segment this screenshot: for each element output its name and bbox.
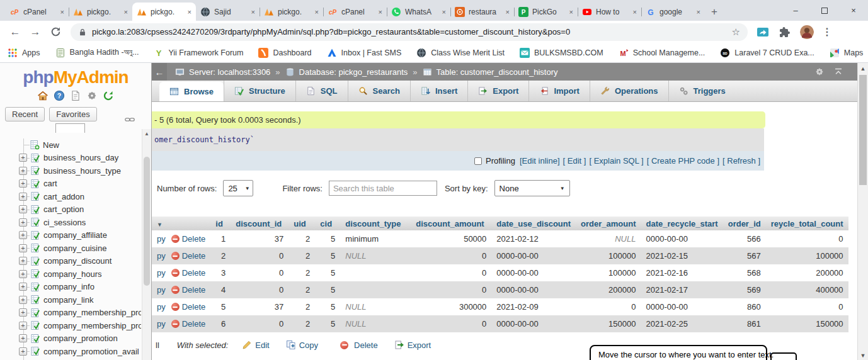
profile-avatar[interactable] — [800, 25, 814, 39]
bookmark-item[interactable]: Inbox | Fast SMS — [327, 48, 402, 58]
breadcrumb-database[interactable]: Database: pickgo_restaurants — [299, 67, 408, 77]
column-header-discount_amount[interactable]: discount_amount — [411, 217, 491, 230]
tab-structure[interactable]: Structure — [224, 81, 295, 101]
expand-plus-icon[interactable]: + — [19, 205, 27, 213]
query-link-edit-inline[interactable]: [Edit inline] — [520, 156, 560, 166]
delete-link[interactable]: Delete — [182, 302, 206, 312]
scrollbar-thumb[interactable] — [859, 75, 867, 185]
copy-link-partial[interactable]: py — [157, 319, 166, 329]
delete-icon[interactable] — [171, 235, 180, 243]
bookmark-item[interactable]: Dashboard — [258, 48, 311, 58]
tab-export[interactable]: Export — [467, 81, 528, 101]
column-header-uid[interactable]: uid — [288, 217, 315, 230]
column-header-order_id[interactable]: order_id — [723, 217, 766, 230]
sidebar-item-company_info[interactable]: +company_info — [0, 281, 141, 294]
sidebar-item-company_affiliate[interactable]: +company_affiliate — [0, 229, 141, 242]
column-header-discount_id[interactable]: discount_id — [231, 217, 288, 230]
delete-link[interactable]: Delete — [182, 319, 206, 329]
sidebar-item-company_link[interactable]: +company_link — [0, 293, 141, 307]
sidebar-item-company_promotion[interactable]: +company_promotion — [0, 332, 141, 346]
bookmark-item[interactable]: MSchool Manageme... — [619, 48, 705, 58]
expand-plus-icon[interactable]: + — [19, 154, 27, 162]
sidebar-item-company_membership_pro[interactable]: +company_membership_pro — [0, 319, 141, 332]
close-icon[interactable]: × — [379, 8, 382, 16]
gear-icon[interactable] — [86, 90, 98, 101]
expand-plus-icon[interactable]: + — [19, 296, 27, 304]
profiling-checkbox[interactable] — [474, 157, 482, 165]
browser-menu-icon[interactable]: ⋮ — [822, 26, 832, 38]
browser-tab[interactable]: pickgo.× — [69, 3, 132, 21]
close-icon[interactable]: × — [633, 8, 637, 16]
tab-browse[interactable]: Browse — [159, 82, 224, 101]
delete-icon[interactable] — [171, 269, 180, 277]
browser-tab[interactable]: pickgo.× — [260, 3, 323, 21]
close-icon[interactable]: × — [60, 8, 64, 16]
with-selected-export-button[interactable]: Export — [394, 340, 431, 350]
forward-button[interactable]: → — [26, 26, 44, 38]
rows-per-page-select[interactable]: 25▼ — [223, 180, 253, 196]
sidebar-item-ci_sessions[interactable]: +ci_sessions — [0, 216, 141, 229]
column-header-date_recycle_start[interactable]: date_recycle_start — [641, 217, 722, 230]
column-header-date_use_discount[interactable]: date_use_discount — [491, 217, 576, 230]
sort-descending-icon[interactable]: ▼ — [157, 222, 163, 228]
close-icon[interactable]: × — [315, 8, 319, 16]
sidebar-item-company_discount[interactable]: +company_discount — [0, 255, 141, 268]
bookmark-item[interactable]: Maps — [830, 48, 864, 58]
tab-insert[interactable]: Insert — [410, 81, 467, 101]
expand-plus-icon[interactable]: + — [19, 193, 27, 201]
refresh-icon[interactable] — [103, 90, 114, 101]
close-icon[interactable]: × — [569, 8, 573, 16]
browser-tab[interactable]: Sajid× — [196, 3, 260, 21]
delete-link[interactable]: Delete — [182, 251, 206, 261]
bookmark-item[interactable]: Class Wise Merit List — [416, 48, 505, 58]
expand-plus-icon[interactable]: + — [19, 283, 27, 291]
browser-tab[interactable]: PPickGo× — [514, 3, 578, 21]
delete-icon[interactable] — [171, 286, 180, 294]
expand-plus-icon[interactable]: + — [19, 347, 27, 356]
browser-tab[interactable]: restaura× — [450, 3, 514, 21]
column-header-id[interactable]: id — [210, 217, 231, 230]
sort-key-select[interactable]: None▼ — [494, 180, 570, 196]
maximize-button[interactable] — [810, 0, 839, 21]
minimize-button[interactable]: – — [781, 0, 810, 21]
query-link-create-php-code[interactable]: [ Create PHP code ] — [647, 156, 719, 166]
delete-icon[interactable] — [171, 320, 180, 328]
close-icon[interactable]: × — [506, 8, 510, 16]
favorites-button[interactable]: Favorites — [49, 107, 96, 121]
browser-tab[interactable]: Ggoogle× — [641, 3, 705, 21]
query-link-explain-sql[interactable]: [ Explain SQL ] — [589, 156, 643, 166]
close-icon[interactable]: × — [697, 8, 700, 16]
column-header-order_amount[interactable]: order_amount — [576, 217, 641, 230]
bookmark-item[interactable]: BDLaravel 7 CRUD Exa... — [720, 48, 814, 58]
scroll-up-icon[interactable]: ▲ — [142, 129, 151, 137]
close-icon[interactable]: × — [442, 8, 446, 16]
document-icon[interactable] — [70, 90, 81, 101]
extensions-puzzle-icon[interactable] — [778, 25, 792, 39]
collapse-top-icon[interactable] — [833, 67, 843, 77]
sidebar-item-business_hours_type[interactable]: +business_hours_type — [0, 164, 141, 177]
settings-gear-icon[interactable] — [814, 67, 825, 77]
sidebar-item-company_membership_pro[interactable]: +company_membership_pro — [0, 307, 141, 320]
tab-import[interactable]: Import — [528, 81, 589, 101]
browser-tab[interactable]: cPcPanel× — [323, 3, 387, 21]
breadcrumb-table[interactable]: Table: customer_discount_history — [437, 67, 558, 77]
delete-icon[interactable] — [171, 303, 180, 311]
expand-plus-icon[interactable]: + — [19, 334, 27, 342]
page-scrollbar[interactable]: ▲ ▼ — [857, 63, 868, 360]
bookmark-star-icon[interactable]: ☆ — [732, 26, 740, 38]
collapse-sidebar-button[interactable]: ← — [152, 63, 167, 81]
url-field[interactable]: pickgo.la:2083/cpsess2424270209/3rdparty… — [71, 23, 748, 41]
close-window-button[interactable]: × — [839, 0, 868, 21]
breadcrumb-server[interactable]: Server: localhost:3306 — [189, 67, 270, 77]
bookmark-item[interactable]: BULKSMSBD.COM — [520, 48, 603, 58]
expand-plus-icon[interactable]: + — [19, 231, 27, 239]
sidebar-item-company_hours[interactable]: +company_hours — [0, 267, 141, 281]
expand-plus-icon[interactable]: + — [19, 270, 27, 278]
expand-plus-icon[interactable]: + — [19, 179, 27, 188]
with-selected-delete-button[interactable]: Delete — [334, 340, 378, 350]
copy-link-partial[interactable]: py — [157, 302, 166, 312]
query-link-refresh[interactable]: [ Refresh ] — [722, 156, 760, 166]
with-selected-edit-button[interactable]: Edit — [242, 340, 269, 350]
copy-link-partial[interactable]: py — [157, 268, 166, 278]
expand-plus-icon[interactable]: + — [19, 308, 27, 317]
